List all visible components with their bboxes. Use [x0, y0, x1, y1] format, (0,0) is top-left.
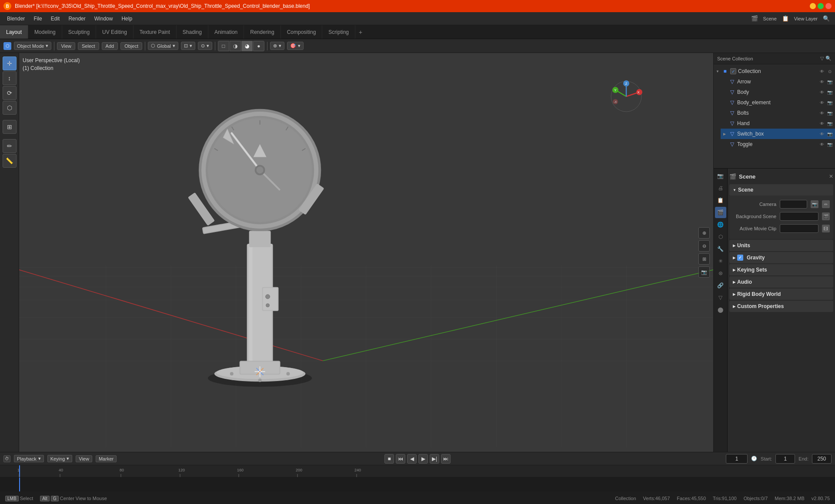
add-workspace-button[interactable]: +	[355, 28, 366, 36]
object-mode-select[interactable]: Object Mode▾	[14, 42, 51, 50]
maximize-button[interactable]	[818, 3, 824, 9]
tree-expand-icon[interactable]: ▼	[715, 69, 720, 73]
search-icon[interactable]: 🔍	[821, 13, 832, 24]
rigid-body-section-header[interactable]: ▶ Rigid Body World	[729, 288, 833, 300]
movie-clip-value[interactable]	[780, 224, 818, 233]
restrict-render-icon[interactable]: 📷	[826, 109, 833, 116]
transform-tool[interactable]: ⊞	[3, 120, 17, 134]
scene-select-icon[interactable]: 🎬	[749, 13, 760, 24]
gizmo-select[interactable]: 🎯▾	[287, 42, 304, 50]
hide-icon[interactable]: 👁	[818, 120, 825, 127]
hide-icon[interactable]: 👁	[818, 68, 825, 75]
tab-sculpting[interactable]: Sculpting	[62, 25, 96, 39]
menu-file[interactable]: File	[30, 15, 45, 23]
movie-clip-icon[interactable]: 🎞	[822, 225, 830, 232]
axis-gizmo[interactable]: X Y Z -X	[609, 79, 644, 114]
hide-icon[interactable]: 👁	[818, 78, 825, 85]
hide-icon[interactable]: 👁	[818, 99, 825, 106]
scale-tool[interactable]: ⬡	[3, 101, 17, 115]
select-menu[interactable]: Select	[78, 42, 99, 50]
play-button[interactable]: ▶	[418, 454, 428, 464]
start-frame-input[interactable]: 1	[775, 454, 795, 464]
minimize-button[interactable]	[810, 3, 816, 9]
solid-button[interactable]: ◑	[230, 41, 241, 51]
object-menu[interactable]: Object	[120, 42, 142, 50]
hide-icon[interactable]: 👁	[818, 130, 825, 137]
viewport-numpad[interactable]: ⊞	[698, 253, 710, 265]
end-frame-input[interactable]: 250	[812, 454, 832, 464]
gravity-checkbox[interactable]: ✓	[737, 255, 743, 261]
ptab-scene[interactable]: 🎬	[715, 207, 726, 218]
viewport-zoom-out[interactable]: ⊖	[698, 240, 710, 252]
ptab-object[interactable]: ⬡	[715, 231, 726, 242]
view-layer-icon[interactable]: 📋	[780, 13, 791, 24]
gravity-section-header[interactable]: ▶ ✓ Gravity	[729, 252, 833, 263]
jump-start-button[interactable]: ⏮	[396, 454, 405, 464]
snap-select[interactable]: ⊡▾	[181, 42, 195, 50]
camera-value[interactable]	[780, 200, 807, 209]
overlay-select[interactable]: ⊕▾	[270, 42, 284, 50]
outliner-item-toggle[interactable]: ▽ Toggle 👁 📷	[721, 139, 835, 149]
restrict-render-icon[interactable]: 📷	[826, 99, 833, 106]
outliner-item-body[interactable]: ▽ Body 👁 📷	[721, 87, 835, 97]
stop-button[interactable]: ■	[384, 454, 394, 464]
restrict-render-icon[interactable]: 📷	[826, 141, 833, 148]
lookdev-button[interactable]: ◕	[241, 41, 253, 51]
outliner-item-switch-box[interactable]: ▶ ▽ Switch_box 👁 📷	[721, 129, 835, 139]
outliner-item-arrow[interactable]: ▽ Arrow 👁 📷	[721, 76, 835, 87]
prev-frame-button[interactable]: ◀	[407, 454, 417, 464]
outliner-item-hand[interactable]: ▽ Hand 👁 📷	[721, 118, 835, 129]
hide-icon[interactable]: 👁	[818, 141, 825, 148]
next-frame-button[interactable]: ▶|	[430, 454, 439, 464]
outliner-item-bolts[interactable]: ▽ Bolts 👁 📷	[721, 108, 835, 118]
view-button[interactable]: View	[76, 455, 92, 462]
ptab-object-data[interactable]: ▽	[715, 292, 726, 303]
ptab-particles[interactable]: ✳	[715, 255, 726, 267]
viewport-camera[interactable]: 📷	[698, 266, 710, 278]
props-close-icon[interactable]: ✕	[829, 173, 833, 179]
ptab-view-layer[interactable]: 📋	[715, 195, 726, 206]
measure-tool[interactable]: 📏	[3, 154, 17, 168]
scene-section-header[interactable]: ▼ Scene	[729, 184, 833, 196]
current-frame-input[interactable]: 1	[726, 454, 748, 464]
tab-compositing[interactable]: Compositing	[281, 25, 323, 39]
tab-animation[interactable]: Animation	[208, 25, 244, 39]
menu-blender[interactable]: Blender	[3, 15, 28, 23]
viewport-zoom-in[interactable]: ⊕	[698, 227, 710, 239]
restrict-render-icon[interactable]: 📷	[826, 130, 833, 137]
keying-sets-section-header[interactable]: ▶ Keying Sets	[729, 264, 833, 275]
tab-uv-editing[interactable]: UV Editing	[96, 25, 134, 39]
viewport-shading-select[interactable]: ⬡Global▾	[148, 42, 178, 50]
menu-render[interactable]: Render	[65, 15, 89, 23]
proportional-select[interactable]: ⊙▾	[198, 42, 212, 50]
audio-section-header[interactable]: ▶ Audio	[729, 276, 833, 288]
jump-end-button[interactable]: ⏭	[441, 454, 451, 464]
ptab-output[interactable]: 🖨	[715, 182, 726, 194]
outliner-item-collection[interactable]: ▼ ■ ✓ Collection 👁 ⊙	[714, 66, 835, 76]
outliner-search[interactable]: 🔍	[825, 56, 832, 61]
rendered-button[interactable]: ●	[253, 41, 264, 51]
bg-scene-icon[interactable]: 🎬	[822, 212, 830, 220]
camera-edit-icon[interactable]: ✏	[822, 200, 830, 208]
outliner-filter[interactable]: ▽	[820, 56, 824, 61]
custom-props-section-header[interactable]: ▶ Custom Properties	[729, 301, 833, 312]
view-menu[interactable]: View	[57, 42, 75, 50]
keying-dropdown[interactable]: Keying▾	[47, 455, 73, 462]
viewport-area[interactable]: User Perspective (Local) (1) Collection …	[19, 53, 713, 452]
tab-rendering[interactable]: Rendering	[244, 25, 281, 39]
background-scene-value[interactable]	[780, 212, 818, 221]
ptab-world[interactable]: 🌐	[715, 219, 726, 230]
ptab-physics[interactable]: ⊛	[715, 268, 726, 279]
rotate-tool[interactable]: ⟳	[3, 86, 17, 100]
restrict-render-icon[interactable]: 📷	[826, 78, 833, 85]
tab-texture-paint[interactable]: Texture Paint	[134, 25, 177, 39]
ptab-material[interactable]: ⬤	[715, 304, 726, 315]
close-button[interactable]	[825, 3, 832, 9]
move-tool[interactable]: ↕	[3, 71, 17, 85]
tab-scripting[interactable]: Scripting	[322, 25, 355, 39]
restrict-icon[interactable]: ⊙	[826, 68, 833, 75]
wireframe-button[interactable]: □	[218, 41, 229, 51]
add-menu[interactable]: Add	[102, 42, 118, 50]
timeline-tracks[interactable]	[0, 477, 835, 491]
annotate-tool[interactable]: ✏	[3, 139, 17, 153]
